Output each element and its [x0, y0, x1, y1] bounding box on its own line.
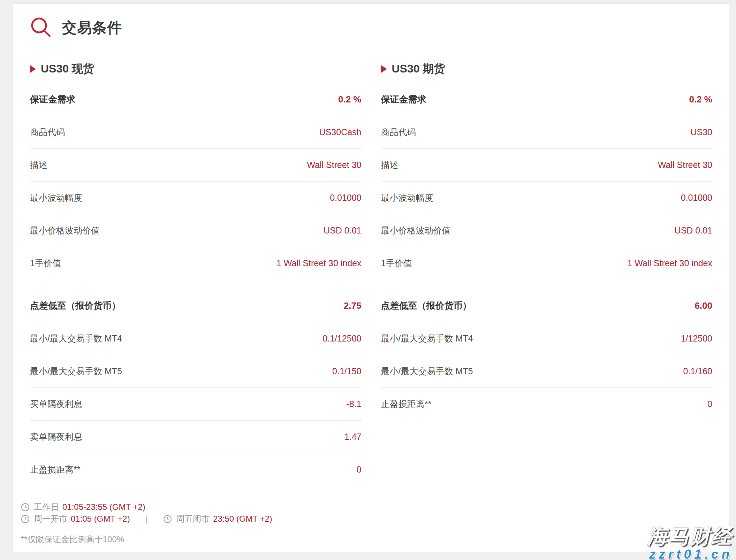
- row-value: 1.47: [344, 432, 362, 442]
- table-row: 点差低至（报价货币）2.75: [30, 290, 362, 322]
- row-label: 买单隔夜利息: [30, 398, 82, 410]
- row-value: 0.01000: [330, 193, 361, 203]
- table-row: 点差低至（报价货币）6.00: [381, 290, 713, 322]
- row-label: 描述: [381, 159, 399, 171]
- table-header: US30 期货: [381, 61, 713, 77]
- table-row: 最小波动幅度0.01000: [30, 182, 362, 214]
- trading-conditions-card: 交易条件 US30 现货保证金需求0.2 %商品代码US30Cash描述Wall…: [13, 3, 729, 552]
- row-label: 最小/最大交易手数 MT4: [381, 333, 473, 344]
- triangle-right-icon: [381, 65, 387, 73]
- table-row: 描述Wall Street 30: [381, 149, 713, 182]
- page-title: 交易条件: [62, 18, 122, 38]
- row-value: Wall Street 30: [307, 160, 361, 170]
- margin-note: **仅限保证金比例高于100%: [21, 534, 712, 545]
- table-section: 保证金需求0.2 %商品代码US30Cash描述Wall Street 30最小…: [30, 83, 362, 279]
- hours-label: 工作日: [34, 501, 59, 513]
- row-label: 1手价值: [30, 258, 61, 269]
- conditions-table-futures: US30 期货保证金需求0.2 %商品代码US30描述Wall Street 3…: [381, 61, 713, 420]
- search-icon: [30, 16, 53, 39]
- row-label: 描述: [30, 159, 47, 171]
- row-value: 6.00: [695, 300, 712, 311]
- row-label: 最小/最大交易手数 MT5: [381, 366, 473, 377]
- clock-icon: [21, 515, 30, 523]
- page-background: 交易条件 US30 现货保证金需求0.2 %商品代码US30Cash描述Wall…: [0, 0, 736, 560]
- table-row: 商品代码US30Cash: [30, 116, 362, 149]
- table-row: 买单隔夜利息-8.1: [30, 388, 362, 421]
- hours-separator: ｜: [143, 513, 151, 524]
- clock-icon: [163, 515, 172, 523]
- table-row: 最小/最大交易手数 MT41/12500: [381, 322, 713, 355]
- table-row: 最小价格波动价值USD 0.01: [30, 214, 362, 247]
- row-label: 最小波动幅度: [30, 192, 82, 204]
- tables-container: US30 现货保证金需求0.2 %商品代码US30Cash描述Wall Stre…: [30, 61, 712, 486]
- table-row: 保证金需求0.2 %: [381, 83, 713, 116]
- row-value: Wall Street 30: [658, 160, 712, 170]
- row-label: 商品代码: [381, 126, 416, 138]
- row-label: 止盈损距离**: [30, 464, 80, 475]
- hours-label: 周一开市: [34, 513, 67, 524]
- table-title: US30 现货: [41, 61, 94, 77]
- row-value: 0: [357, 465, 362, 475]
- triangle-right-icon: [30, 65, 36, 73]
- table-section: 保证金需求0.2 %商品代码US30描述Wall Street 30最小波动幅度…: [381, 83, 713, 279]
- trading-hours: 工作日 01:05-23:55 (GMT +2) 周一开市 01:05 (GMT…: [21, 501, 712, 525]
- row-label: 最小/最大交易手数 MT4: [30, 333, 122, 344]
- row-label: 点差低至（报价货币）: [381, 300, 472, 312]
- table-row: 最小/最大交易手数 MT50.1/160: [381, 355, 713, 388]
- table-row: 描述Wall Street 30: [30, 149, 362, 182]
- row-label: 最小价格波动价值: [381, 225, 451, 236]
- row-label: 止盈损距离**: [381, 398, 431, 410]
- clock-icon: [21, 503, 30, 512]
- table-row: 商品代码US30: [381, 116, 713, 149]
- row-value: 2.75: [344, 300, 362, 311]
- row-label: 1手价值: [381, 258, 412, 269]
- trading-hours-open-close: 周一开市 01:05 (GMT +2) ｜ 周五闭市 23:50 (GMT +2…: [21, 513, 712, 525]
- table-row: 最小价格波动价值USD 0.01: [381, 214, 713, 247]
- table-section: 点差低至（报价货币）2.75最小/最大交易手数 MT40.1/12500最小/最…: [30, 290, 362, 486]
- hours-label: 周五闭市: [176, 513, 210, 524]
- row-value: 0.2 %: [689, 94, 713, 105]
- trading-hours-weekday: 工作日 01:05-23:55 (GMT +2): [21, 501, 712, 513]
- table-section: 点差低至（报价货币）6.00最小/最大交易手数 MT41/12500最小/最大交…: [381, 290, 713, 420]
- hours-time: 01:05 (GMT +2): [71, 514, 130, 524]
- row-label: 商品代码: [30, 126, 65, 138]
- conditions-table-spot: US30 现货保证金需求0.2 %商品代码US30Cash描述Wall Stre…: [30, 61, 362, 486]
- row-value: 0.1/160: [683, 366, 712, 376]
- page-header: 交易条件: [30, 16, 712, 40]
- table-row: 止盈损距离**0: [381, 388, 713, 420]
- table-header: US30 现货: [30, 61, 362, 77]
- row-value: 0.1/12500: [323, 333, 361, 344]
- row-value: US30: [690, 127, 712, 137]
- row-value: 0.2 %: [338, 94, 362, 105]
- row-value: 0.1/150: [332, 366, 361, 376]
- hours-time: 23:50 (GMT +2): [213, 514, 272, 524]
- table-row: 1手价值1 Wall Street 30 index: [381, 247, 713, 279]
- row-label: 最小价格波动价值: [30, 225, 100, 236]
- hours-time: 01:05-23:55 (GMT +2): [62, 502, 145, 512]
- row-value: -8.1: [346, 399, 361, 409]
- row-value: 1 Wall Street 30 index: [627, 258, 712, 268]
- row-value: 0: [707, 399, 712, 409]
- row-value: 0.01000: [681, 193, 712, 203]
- row-label: 最小波动幅度: [381, 192, 433, 204]
- table-title: US30 期货: [392, 61, 445, 77]
- table-row: 止盈损距离**0: [30, 453, 362, 486]
- table-row: 1手价值1 Wall Street 30 index: [30, 247, 362, 279]
- table-row: 最小波动幅度0.01000: [381, 182, 713, 214]
- row-label: 保证金需求: [381, 93, 426, 106]
- row-value: USD 0.01: [675, 225, 712, 236]
- table-row: 卖单隔夜利息1.47: [30, 421, 362, 453]
- row-value: 1 Wall Street 30 index: [276, 258, 362, 268]
- table-row: 最小/最大交易手数 MT40.1/12500: [30, 322, 362, 355]
- row-label: 保证金需求: [30, 93, 75, 106]
- row-value: US30Cash: [319, 127, 362, 137]
- row-value: 1/12500: [681, 333, 712, 344]
- table-row: 保证金需求0.2 %: [30, 83, 362, 116]
- row-label: 点差低至（报价货币）: [30, 300, 121, 312]
- table-row: 最小/最大交易手数 MT50.1/150: [30, 355, 362, 388]
- row-label: 最小/最大交易手数 MT5: [30, 366, 122, 377]
- row-label: 卖单隔夜利息: [30, 431, 82, 443]
- row-value: USD 0.01: [324, 225, 361, 236]
